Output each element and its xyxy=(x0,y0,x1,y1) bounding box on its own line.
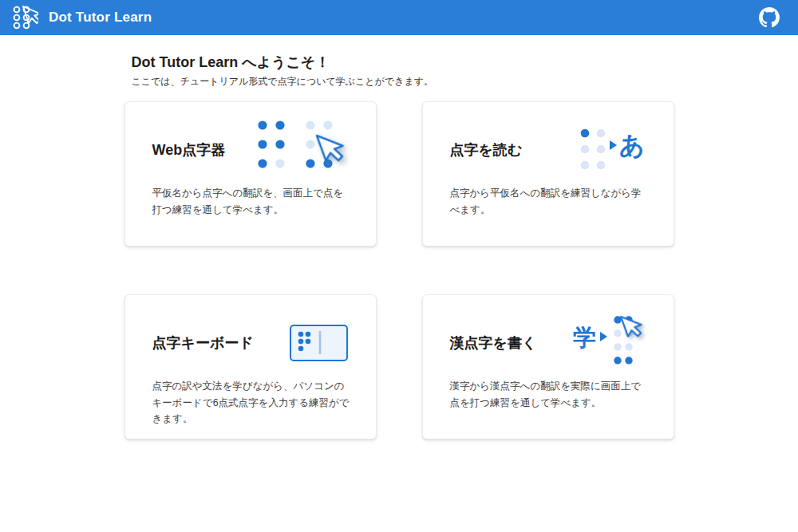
tutorial-card-grid: Web点字器 平仮名から点字への翻訳を、画面上で点を打つ練習を通して学 xyxy=(124,101,674,439)
braille-input-field-icon xyxy=(290,324,349,362)
page-title: Dot Tutor Learn へようこそ！ xyxy=(132,53,674,72)
card-head: 点字キーボード xyxy=(152,311,349,375)
card-description: 漢字から漢点字への翻訳を実際に画面上で点を打つ練習を通して学べます。 xyxy=(450,378,651,411)
card-braille-keyboard[interactable]: 点字キーボード 点字の訳や文法を学びながら、パソコンのキーボードで6点式点字を入… xyxy=(124,294,377,439)
card-head: 点字を読む あ xyxy=(450,118,646,182)
card-description: 平仮名から点字への翻訳を、画面上で点を打つ練習を通して学べます。 xyxy=(152,185,354,218)
app-header: Dot Tutor Learn xyxy=(0,0,798,35)
card-title: 点字キーボード xyxy=(152,333,254,353)
card-title: Web点字器 xyxy=(152,140,226,160)
card-title: 漢点字を書く xyxy=(450,333,537,353)
cursor-arrow-icon xyxy=(317,128,347,164)
kanji-to-kantenji-icon: 学 xyxy=(573,313,646,372)
braille-to-hiragana-icon: あ xyxy=(579,127,646,173)
main-content: Dot Tutor Learn へようこそ！ ここでは、チュートリアル形式で点字… xyxy=(124,53,674,439)
app-title: Dot Tutor Learn xyxy=(49,10,152,26)
card-description: 点字の訳や文法を学びながら、パソコンのキーボードで6点式点字を入力する練習ができ… xyxy=(152,378,354,428)
hiragana-char: あ xyxy=(619,132,645,160)
braille-cells-cursor-icon xyxy=(256,119,349,181)
card-web-braille-writer[interactable]: Web点字器 平仮名から点字への翻訳を、画面上で点を打つ練習を通して学 xyxy=(124,101,377,246)
card-description: 点字から平仮名への翻訳を練習しながら学べます。 xyxy=(450,185,651,218)
card-head: 漢点字を書く 学 xyxy=(450,311,646,375)
github-icon xyxy=(759,7,780,28)
github-button[interactable] xyxy=(758,6,780,29)
arrow-right-icon xyxy=(610,140,617,150)
page-subtitle: ここでは、チュートリアル形式で点字について学ぶことができます。 xyxy=(132,75,674,89)
card-write-kantenji[interactable]: 漢点字を書く 学 漢字から漢点字への翻訳を実際に画面上で点を打つ練習を通して学べ… xyxy=(422,294,674,439)
arrow-right-icon xyxy=(600,332,607,341)
card-title: 点字を読む xyxy=(450,140,523,160)
app-logo-icon xyxy=(11,3,38,32)
card-head: Web点字器 xyxy=(152,118,349,182)
cursor-arrow-icon xyxy=(621,313,645,340)
card-read-braille[interactable]: 点字を読む あ 点字から平仮名への翻訳を練習しながら学べます。 xyxy=(422,101,674,246)
kanji-char: 学 xyxy=(573,325,596,350)
